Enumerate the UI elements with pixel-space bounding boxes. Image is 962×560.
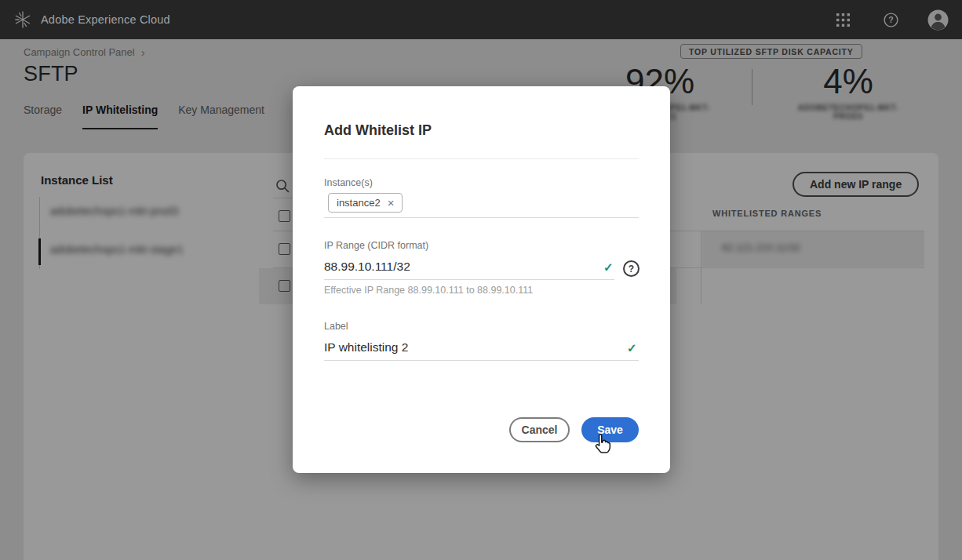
brand-title: Adobe Experience Cloud: [41, 13, 170, 26]
app-switcher-grid-icon[interactable]: [833, 0, 852, 39]
dialog-title-divider: [324, 158, 639, 159]
brand[interactable]: Adobe Experience Cloud: [13, 0, 170, 39]
instance-tag[interactable]: instance2 ×: [328, 193, 403, 213]
ip-range-help-icon[interactable]: ?: [623, 260, 640, 277]
label-valid-check-icon: ✓: [627, 341, 637, 355]
instances-field-underline: [324, 217, 639, 218]
app-topbar: Adobe Experience Cloud ?: [0, 0, 962, 39]
cancel-button[interactable]: Cancel: [509, 417, 570, 442]
svg-text:?: ?: [888, 15, 893, 24]
instances-field-label: Instance(s): [324, 177, 373, 188]
ip-range-field-label: IP Range (CIDR format): [324, 240, 428, 251]
screen: Adobe Experience Cloud ? Campaign Cont: [0, 0, 962, 560]
effective-ip-range-hint: Effective IP Range 88.99.10.111 to 88.99…: [324, 285, 533, 296]
ip-range-field-underline: [324, 279, 614, 280]
save-button[interactable]: Save: [581, 417, 639, 442]
instance-tag-label: instance2: [337, 197, 381, 209]
help-icon[interactable]: ?: [882, 0, 899, 39]
ip-valid-check-icon: ✓: [603, 260, 614, 275]
dialog-buttons: Cancel Save: [509, 417, 639, 442]
ip-range-input[interactable]: 88.99.10.111/32: [324, 260, 410, 274]
label-field-underline: [324, 360, 639, 361]
remove-tag-icon[interactable]: ×: [388, 197, 395, 209]
user-avatar[interactable]: [927, 0, 949, 39]
label-field-label: Label: [324, 321, 348, 332]
label-input[interactable]: IP whitelisting 2: [324, 340, 408, 355]
dialog-title: Add Whitelist IP: [324, 122, 432, 139]
adobe-experience-cloud-logo-icon: [13, 9, 33, 30]
add-whitelist-ip-dialog: Add Whitelist IP Instance(s) instance2 ×…: [293, 86, 670, 473]
